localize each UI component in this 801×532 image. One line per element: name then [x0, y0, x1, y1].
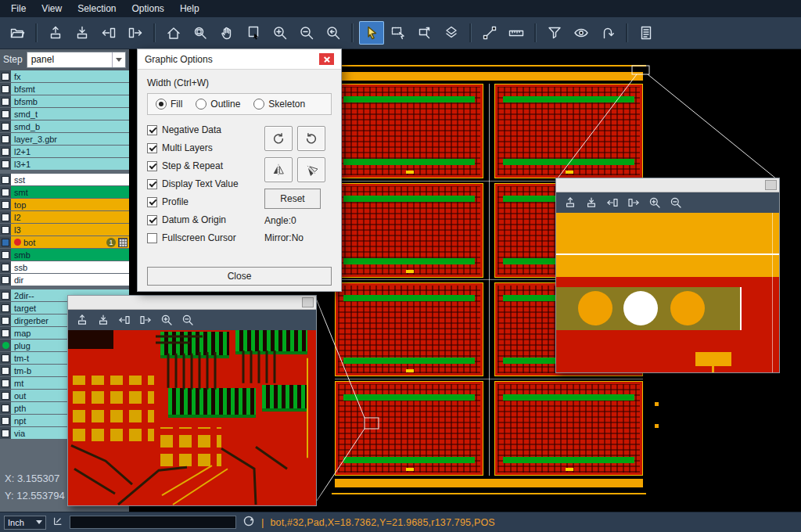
- arrow-left-box-button[interactable]: [605, 195, 620, 210]
- layer-visibility-checkbox[interactable]: [0, 186, 11, 198]
- menu-file[interactable]: File: [3, 1, 34, 16]
- menu-view[interactable]: View: [34, 1, 70, 16]
- window-button-icon[interactable]: [302, 297, 314, 307]
- layer-name-cell[interactable]: l2+1: [11, 146, 129, 157]
- layer-row-smd_t[interactable]: smd_t: [0, 108, 129, 120]
- layer-visibility-checkbox[interactable]: [0, 365, 11, 376]
- layer-name-cell[interactable]: layer_3.gbr: [11, 133, 129, 145]
- highlight-eye-button[interactable]: [569, 21, 594, 45]
- layer-row-l3[interactable]: l3: [0, 224, 129, 235]
- layer-name-cell[interactable]: l3: [11, 224, 129, 235]
- window-button-icon[interactable]: [765, 180, 777, 190]
- pcb-board[interactable]: [335, 282, 483, 377]
- reset-button[interactable]: Reset: [264, 189, 321, 209]
- layer-visibility-checkbox[interactable]: [0, 352, 11, 364]
- arrow-left-box-button[interactable]: [117, 312, 132, 328]
- layer-visibility-checkbox[interactable]: [0, 377, 11, 389]
- layer-row-smt[interactable]: smt: [0, 186, 129, 198]
- checkbox-datum-origin[interactable]: Datum & Origin: [147, 214, 264, 225]
- layer-visibility-checkbox[interactable]: [0, 402, 11, 414]
- view-sheet-button[interactable]: [241, 21, 266, 45]
- layer-visibility-checkbox[interactable]: [0, 211, 11, 223]
- pcb-board[interactable]: [494, 381, 643, 476]
- home-button[interactable]: [161, 21, 186, 45]
- layer-name-cell[interactable]: smt: [11, 186, 129, 198]
- mirror-diagonal-button[interactable]: [297, 157, 325, 182]
- layer-row-top[interactable]: top: [0, 199, 129, 210]
- layer-name-cell[interactable]: bfsmt: [11, 83, 129, 95]
- layer-name-cell[interactable]: dir: [11, 274, 129, 286]
- refresh-icon[interactable]: [242, 515, 255, 530]
- layer-row-sst[interactable]: sst: [0, 174, 129, 185]
- layer-visibility-checkbox[interactable]: [0, 390, 11, 401]
- layers-diamond-button[interactable]: [439, 21, 464, 45]
- command-input[interactable]: [70, 516, 236, 529]
- layer-visibility-checkbox[interactable]: [0, 302, 11, 314]
- undo-uturn-button[interactable]: [595, 21, 620, 45]
- line-tool-button[interactable]: [477, 21, 502, 45]
- arrow-down-box-button[interactable]: [95, 312, 111, 328]
- layer-row-bfsmt[interactable]: bfsmt: [0, 83, 129, 95]
- pcb-board[interactable]: [335, 183, 483, 278]
- step-select[interactable]: panel: [27, 52, 126, 68]
- checkbox-profile[interactable]: Profile: [147, 196, 264, 207]
- rotate-ccw-button[interactable]: [297, 126, 325, 151]
- layer-visibility-checkbox[interactable]: [0, 427, 11, 439]
- layer-visibility-checkbox[interactable]: [0, 340, 11, 351]
- layer-visibility-checkbox[interactable]: [0, 108, 11, 120]
- layer-row-fx[interactable]: fx: [0, 70, 129, 82]
- layer-name-cell[interactable]: fx: [11, 70, 129, 82]
- layer-visibility-checkbox[interactable]: [0, 120, 11, 132]
- filter-funnel-button[interactable]: [542, 21, 567, 45]
- dialog-titlebar[interactable]: Graphic Options: [138, 49, 341, 70]
- menu-selection[interactable]: Selection: [70, 1, 124, 16]
- layer-name-cell[interactable]: ssb: [11, 261, 129, 273]
- measure-ruler-button[interactable]: [504, 21, 529, 45]
- arrow-right-box-button[interactable]: [123, 21, 148, 45]
- close-button[interactable]: Close: [147, 267, 332, 286]
- select-cursor-button[interactable]: [359, 21, 384, 45]
- zoom-previous-button[interactable]: [321, 21, 346, 45]
- arrow-left-box-button[interactable]: [96, 21, 121, 45]
- zoom-in-button[interactable]: [647, 195, 663, 210]
- layer-row-ssb[interactable]: ssb: [0, 261, 129, 273]
- layer-row-dir[interactable]: dir: [0, 274, 129, 286]
- layer-name-cell[interactable]: top: [11, 199, 129, 210]
- layer-visibility-checkbox[interactable]: [0, 224, 11, 235]
- unit-select[interactable]: Inch: [4, 516, 46, 530]
- pcb-board[interactable]: [494, 84, 643, 178]
- layer-row-l3+1[interactable]: l3+1: [0, 158, 129, 170]
- checkbox-fullscreen-cursor[interactable]: Fullscreen Cursor: [147, 232, 264, 243]
- layer-visibility-checkbox[interactable]: [0, 83, 11, 95]
- layer-visibility-checkbox[interactable]: [0, 95, 11, 107]
- pan-hand-button[interactable]: [214, 21, 239, 45]
- arrow-right-box-button[interactable]: [626, 195, 641, 210]
- layer-visibility-checkbox[interactable]: [0, 174, 11, 185]
- menu-help[interactable]: Help: [172, 1, 207, 16]
- arrow-up-box-button[interactable]: [74, 312, 90, 328]
- layer-visibility-checkbox[interactable]: [0, 415, 11, 426]
- select-transform-button[interactable]: [412, 21, 437, 45]
- radio-skeleton[interactable]: Skeleton: [253, 99, 305, 110]
- zoom-in-button[interactable]: [268, 21, 293, 45]
- layer-name-cell[interactable]: smb: [11, 249, 129, 261]
- checkbox-negative-data[interactable]: Negative Data: [147, 124, 264, 135]
- layer-visibility-checkbox[interactable]: [0, 249, 11, 261]
- layer-visibility-checkbox[interactable]: [0, 327, 11, 339]
- arrow-right-box-button[interactable]: [138, 312, 153, 328]
- layer-name-cell[interactable]: bfsmb: [11, 95, 129, 107]
- layer-row-smb[interactable]: smb: [0, 249, 129, 261]
- layer-visibility-checkbox[interactable]: [0, 315, 11, 326]
- report-list-button[interactable]: [634, 21, 659, 45]
- zoom2-titlebar[interactable]: [556, 178, 779, 192]
- layer-visibility-checkbox[interactable]: [0, 236, 11, 248]
- zoom1-titlebar[interactable]: [68, 296, 316, 310]
- zoom-window-2[interactable]: [555, 178, 780, 373]
- mirror-vertical-button[interactable]: [264, 157, 293, 182]
- layer-visibility-checkbox[interactable]: [0, 158, 11, 170]
- layer-row-bfsmb[interactable]: bfsmb: [0, 95, 129, 107]
- arrow-down-box-button[interactable]: [584, 195, 599, 210]
- pcb-board[interactable]: [335, 84, 483, 178]
- zoom-out-button[interactable]: [668, 195, 684, 210]
- arrow-down-box-button[interactable]: [70, 21, 95, 45]
